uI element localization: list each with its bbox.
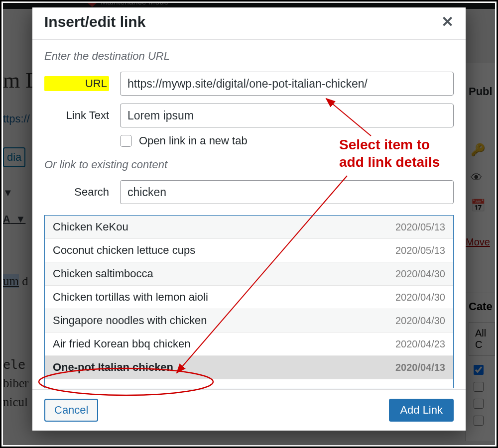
result-title: One-pot Italian chicken [53,361,173,374]
url-hint: Enter the destination URL [44,50,454,63]
search-result-item[interactable]: Coconut chicken lettuce cups2020/05/13 [45,239,453,262]
result-date: 2020/04/30 [395,292,445,303]
search-result-item[interactable]: Chicken KeKou2020/05/13 [45,216,453,239]
dialog-title: Insert/edit link [44,13,145,30]
search-results-list[interactable]: Chicken KeKou2020/05/13Coconut chicken l… [44,215,454,388]
annotation-text: Select item to add link details [339,136,440,171]
result-date: 2020/04/30 [395,315,445,327]
search-label: Search [44,186,109,199]
result-title: Air fried Korean bbq chicken [53,337,190,350]
new-tab-label: Open link in a new tab [139,134,248,147]
url-input[interactable] [120,72,454,96]
result-title: Chicken tortillas with lemon aioli [53,291,208,304]
search-result-item[interactable]: Air fried Korean bbq chicken2020/04/23 [45,333,453,356]
result-title: Chicken saltimbocca [53,267,153,280]
result-date: 2020/05/13 [395,245,445,256]
search-result-item[interactable]: Singapore noodles with chicken2020/04/30 [45,309,453,333]
result-date: 2020/04/30 [395,268,445,280]
search-result-item[interactable]: Chicken tortillas with lemon aioli2020/0… [45,286,453,309]
add-link-button[interactable]: Add Link [389,399,454,422]
result-date: 2020/04/23 [395,338,445,350]
search-input[interactable] [120,180,454,204]
result-date: 2020/05/13 [395,222,445,233]
search-result-item[interactable]: One-pot Italian chicken2020/04/13 [45,356,453,379]
search-result-item[interactable]: Chicken saltimbocca2020/04/30 [45,262,453,286]
result-title: Singapore noodles with chicken [53,314,207,327]
result-title: Chicken KeKou [53,221,128,233]
close-icon[interactable]: ✕ [441,14,454,29]
new-tab-checkbox[interactable] [120,135,132,147]
insert-link-dialog: Insert/edit link ✕ Enter the destination… [32,7,466,431]
url-label: URL [44,76,109,91]
cancel-button[interactable]: Cancel [44,399,98,422]
link-text-input[interactable] [120,104,454,127]
result-title: Coconut chicken lettuce cups [53,244,195,257]
result-date: 2020/04/13 [395,362,445,373]
link-text-label: Link Text [44,109,109,122]
